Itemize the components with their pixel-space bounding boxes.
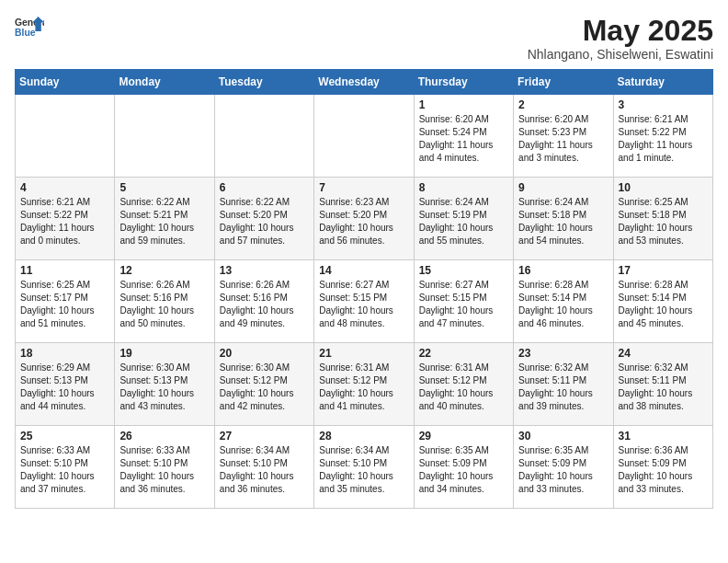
day-number: 1 xyxy=(419,98,508,111)
day-cell: 1Sunrise: 6:20 AMSunset: 5:24 PMDaylight… xyxy=(414,95,513,178)
day-info: Sunrise: 6:35 AMSunset: 5:09 PMDaylight:… xyxy=(518,444,608,496)
day-cell xyxy=(314,95,414,178)
day-number: 3 xyxy=(619,98,708,111)
day-number: 25 xyxy=(20,430,109,442)
day-number: 10 xyxy=(619,181,708,194)
day-info: Sunrise: 6:27 AMSunset: 5:15 PMDaylight:… xyxy=(419,279,508,330)
day-cell: 7Sunrise: 6:23 AMSunset: 5:20 PMDaylight… xyxy=(314,178,414,260)
day-cell: 28Sunrise: 6:34 AMSunset: 5:10 PMDayligh… xyxy=(314,426,414,509)
day-number: 9 xyxy=(518,181,608,194)
day-cell: 10Sunrise: 6:25 AMSunset: 5:18 PMDayligh… xyxy=(613,178,712,260)
day-info: Sunrise: 6:36 AMSunset: 5:09 PMDaylight:… xyxy=(619,444,708,496)
day-cell: 21Sunrise: 6:31 AMSunset: 5:12 PMDayligh… xyxy=(314,343,414,426)
day-cell: 13Sunrise: 6:26 AMSunset: 5:16 PMDayligh… xyxy=(214,260,313,343)
day-cell: 14Sunrise: 6:27 AMSunset: 5:15 PMDayligh… xyxy=(314,260,414,343)
day-cell: 27Sunrise: 6:34 AMSunset: 5:10 PMDayligh… xyxy=(214,426,313,509)
day-cell: 24Sunrise: 6:32 AMSunset: 5:11 PMDayligh… xyxy=(613,343,712,426)
day-number: 30 xyxy=(518,430,608,442)
week-row-4: 18Sunrise: 6:29 AMSunset: 5:13 PMDayligh… xyxy=(16,343,713,426)
day-cell: 19Sunrise: 6:30 AMSunset: 5:13 PMDayligh… xyxy=(115,343,214,426)
day-cell xyxy=(16,95,115,178)
day-info: Sunrise: 6:34 AMSunset: 5:10 PMDaylight:… xyxy=(220,444,309,496)
day-cell: 3Sunrise: 6:21 AMSunset: 5:22 PMDaylight… xyxy=(613,95,712,178)
day-cell: 25Sunrise: 6:33 AMSunset: 5:10 PMDayligh… xyxy=(16,426,115,509)
day-info: Sunrise: 6:25 AMSunset: 5:18 PMDaylight:… xyxy=(619,196,708,247)
calendar-table: SundayMondayTuesdayWednesdayThursdayFrid… xyxy=(15,69,713,509)
day-cell: 30Sunrise: 6:35 AMSunset: 5:09 PMDayligh… xyxy=(514,426,613,509)
weekday-header-tuesday: Tuesday xyxy=(214,70,313,95)
page-header: General Blue May 2025 Nhlangano, Shiselw… xyxy=(15,15,713,62)
day-number: 5 xyxy=(119,181,209,194)
day-number: 2 xyxy=(518,98,608,111)
day-number: 12 xyxy=(119,264,209,277)
day-info: Sunrise: 6:28 AMSunset: 5:14 PMDaylight:… xyxy=(518,279,608,330)
day-info: Sunrise: 6:22 AMSunset: 5:21 PMDaylight:… xyxy=(119,196,209,247)
week-row-2: 4Sunrise: 6:21 AMSunset: 5:22 PMDaylight… xyxy=(16,178,713,260)
day-cell: 17Sunrise: 6:28 AMSunset: 5:14 PMDayligh… xyxy=(613,260,712,343)
day-number: 21 xyxy=(319,347,408,360)
day-info: Sunrise: 6:28 AMSunset: 5:14 PMDaylight:… xyxy=(619,279,708,330)
day-number: 15 xyxy=(419,264,508,277)
day-info: Sunrise: 6:29 AMSunset: 5:13 PMDaylight:… xyxy=(20,362,109,413)
day-cell: 18Sunrise: 6:29 AMSunset: 5:13 PMDayligh… xyxy=(16,343,115,426)
day-cell xyxy=(214,95,313,178)
day-info: Sunrise: 6:24 AMSunset: 5:19 PMDaylight:… xyxy=(419,196,508,247)
weekday-header-thursday: Thursday xyxy=(414,70,513,95)
day-info: Sunrise: 6:32 AMSunset: 5:11 PMDaylight:… xyxy=(619,362,708,413)
day-cell: 4Sunrise: 6:21 AMSunset: 5:22 PMDaylight… xyxy=(16,178,115,260)
day-info: Sunrise: 6:23 AMSunset: 5:20 PMDaylight:… xyxy=(319,196,408,247)
day-info: Sunrise: 6:30 AMSunset: 5:12 PMDaylight:… xyxy=(220,362,309,413)
day-cell: 12Sunrise: 6:26 AMSunset: 5:16 PMDayligh… xyxy=(115,260,214,343)
day-info: Sunrise: 6:27 AMSunset: 5:15 PMDaylight:… xyxy=(319,279,408,330)
week-row-1: 1Sunrise: 6:20 AMSunset: 5:24 PMDaylight… xyxy=(16,95,713,178)
logo: General Blue xyxy=(15,15,44,40)
day-info: Sunrise: 6:34 AMSunset: 5:10 PMDaylight:… xyxy=(319,444,408,496)
day-cell: 11Sunrise: 6:25 AMSunset: 5:17 PMDayligh… xyxy=(16,260,115,343)
title-block: May 2025 Nhlangano, Shiselweni, Eswatini xyxy=(528,15,713,62)
day-number: 27 xyxy=(220,430,309,442)
week-row-5: 25Sunrise: 6:33 AMSunset: 5:10 PMDayligh… xyxy=(16,426,713,509)
day-cell: 6Sunrise: 6:22 AMSunset: 5:20 PMDaylight… xyxy=(214,178,313,260)
day-number: 23 xyxy=(518,347,608,360)
weekday-header-row: SundayMondayTuesdayWednesdayThursdayFrid… xyxy=(16,70,713,95)
day-cell: 26Sunrise: 6:33 AMSunset: 5:10 PMDayligh… xyxy=(115,426,214,509)
day-number: 31 xyxy=(619,430,708,442)
day-cell: 31Sunrise: 6:36 AMSunset: 5:09 PMDayligh… xyxy=(613,426,712,509)
location-title: Nhlangano, Shiselweni, Eswatini xyxy=(528,47,713,62)
day-cell: 16Sunrise: 6:28 AMSunset: 5:14 PMDayligh… xyxy=(514,260,613,343)
day-number: 26 xyxy=(119,430,209,442)
day-number: 22 xyxy=(419,347,508,360)
day-cell: 29Sunrise: 6:35 AMSunset: 5:09 PMDayligh… xyxy=(414,426,513,509)
week-row-3: 11Sunrise: 6:25 AMSunset: 5:17 PMDayligh… xyxy=(16,260,713,343)
day-info: Sunrise: 6:35 AMSunset: 5:09 PMDaylight:… xyxy=(419,444,508,496)
day-info: Sunrise: 6:24 AMSunset: 5:18 PMDaylight:… xyxy=(518,196,608,247)
day-number: 20 xyxy=(220,347,309,360)
day-number: 7 xyxy=(319,181,408,194)
logo-icon: General Blue xyxy=(15,15,44,40)
weekday-header-sunday: Sunday xyxy=(16,70,115,95)
weekday-header-wednesday: Wednesday xyxy=(314,70,414,95)
day-cell: 20Sunrise: 6:30 AMSunset: 5:12 PMDayligh… xyxy=(214,343,313,426)
day-cell: 5Sunrise: 6:22 AMSunset: 5:21 PMDaylight… xyxy=(115,178,214,260)
day-info: Sunrise: 6:33 AMSunset: 5:10 PMDaylight:… xyxy=(20,444,109,496)
day-number: 29 xyxy=(419,430,508,442)
day-info: Sunrise: 6:31 AMSunset: 5:12 PMDaylight:… xyxy=(419,362,508,413)
weekday-header-monday: Monday xyxy=(115,70,214,95)
day-info: Sunrise: 6:31 AMSunset: 5:12 PMDaylight:… xyxy=(319,362,408,413)
day-number: 18 xyxy=(20,347,109,360)
day-info: Sunrise: 6:26 AMSunset: 5:16 PMDaylight:… xyxy=(119,279,209,330)
day-info: Sunrise: 6:21 AMSunset: 5:22 PMDaylight:… xyxy=(20,196,109,247)
day-info: Sunrise: 6:21 AMSunset: 5:22 PMDaylight:… xyxy=(619,113,708,165)
day-number: 24 xyxy=(619,347,708,360)
day-info: Sunrise: 6:33 AMSunset: 5:10 PMDaylight:… xyxy=(119,444,209,496)
day-cell xyxy=(115,95,214,178)
weekday-header-friday: Friday xyxy=(514,70,613,95)
day-number: 14 xyxy=(319,264,408,277)
day-cell: 22Sunrise: 6:31 AMSunset: 5:12 PMDayligh… xyxy=(414,343,513,426)
day-cell: 9Sunrise: 6:24 AMSunset: 5:18 PMDaylight… xyxy=(514,178,613,260)
day-number: 17 xyxy=(619,264,708,277)
weekday-header-saturday: Saturday xyxy=(613,70,712,95)
day-cell: 23Sunrise: 6:32 AMSunset: 5:11 PMDayligh… xyxy=(514,343,613,426)
day-cell: 2Sunrise: 6:20 AMSunset: 5:23 PMDaylight… xyxy=(514,95,613,178)
day-number: 8 xyxy=(419,181,508,194)
